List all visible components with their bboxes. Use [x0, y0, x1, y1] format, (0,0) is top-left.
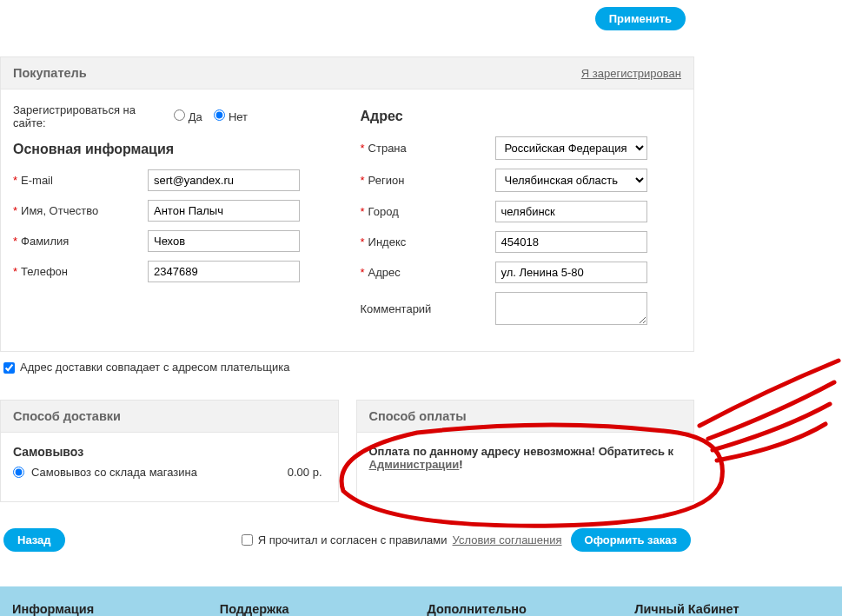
surname-field[interactable] — [148, 230, 300, 252]
admin-link[interactable]: Администрации — [369, 458, 460, 471]
terms-link[interactable]: Условия соглашения — [453, 533, 562, 546]
addr-label: Адрес — [368, 266, 401, 279]
buyer-title: Покупатель — [13, 66, 87, 80]
comment-field[interactable] — [495, 292, 647, 325]
footer-support[interactable]: Поддержка — [220, 602, 428, 616]
register-yes[interactable]: Да — [174, 110, 202, 123]
city-field[interactable] — [495, 201, 647, 222]
shipping-option-radio[interactable] — [13, 467, 24, 478]
phone-field[interactable] — [148, 261, 300, 282]
shipping-title: Самовывоз — [13, 445, 326, 459]
phone-label: Телефон — [21, 265, 68, 278]
terms-text: Я прочитал и согласен с правилами — [258, 533, 448, 546]
register-no[interactable]: Нет — [214, 110, 248, 123]
country-select[interactable]: Российская Федерация — [495, 136, 647, 160]
payment-error-message: Оплата по данному адресу невозможна! Обр… — [369, 445, 682, 471]
region-label: Регион — [368, 174, 405, 187]
buyer-section-header: Покупатель Я зарегистрирован — [0, 56, 694, 89]
footer-info[interactable]: Информация — [12, 602, 220, 616]
email-label: E-mail — [21, 174, 53, 187]
back-button[interactable]: Назад — [3, 528, 65, 552]
comment-label: Комментарий — [361, 302, 432, 315]
zip-field[interactable] — [495, 231, 647, 253]
name-field[interactable] — [148, 200, 300, 222]
footer: Информация Поддержка Дополнительно Личны… — [0, 586, 842, 616]
shipping-option-label: Самовывоз со склада магазина — [31, 466, 197, 479]
register-label: Зарегистрироваться на сайте: — [13, 103, 148, 129]
city-label: Город — [368, 205, 399, 218]
shipping-header: Способ доставки — [0, 400, 339, 433]
zip-label: Индекс — [368, 235, 407, 248]
surname-label: Фамилия — [21, 235, 69, 248]
country-label: Страна — [368, 142, 407, 155]
addr-field[interactable] — [495, 262, 647, 283]
registered-link[interactable]: Я зарегистрирован — [581, 67, 681, 80]
footer-account[interactable]: Личный Кабинет — [634, 602, 842, 616]
main-info-title: Основная информация — [13, 142, 335, 157]
apply-button[interactable]: Применить — [595, 7, 686, 30]
checkout-button[interactable]: Оформить заказ — [571, 528, 691, 552]
footer-additional[interactable]: Дополнительно — [428, 602, 635, 616]
same-address-checkbox[interactable]: Адрес доставки совпадает с адресом плате… — [3, 361, 289, 374]
terms-checkbox[interactable] — [242, 534, 253, 546]
email-field[interactable] — [148, 169, 300, 191]
address-title: Адрес — [361, 109, 682, 124]
region-select[interactable]: Челябинская область — [495, 169, 647, 192]
name-label: Имя, Отчество — [21, 204, 98, 217]
payment-header: Способ оплаты — [356, 400, 695, 433]
shipping-price: 0.00 р. — [288, 466, 322, 479]
